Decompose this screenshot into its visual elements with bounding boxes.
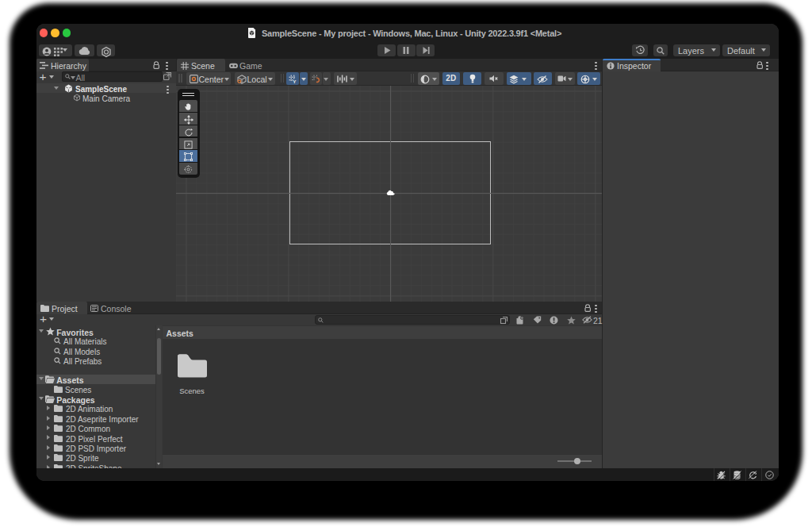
svg-text:Y: Y <box>293 78 297 83</box>
